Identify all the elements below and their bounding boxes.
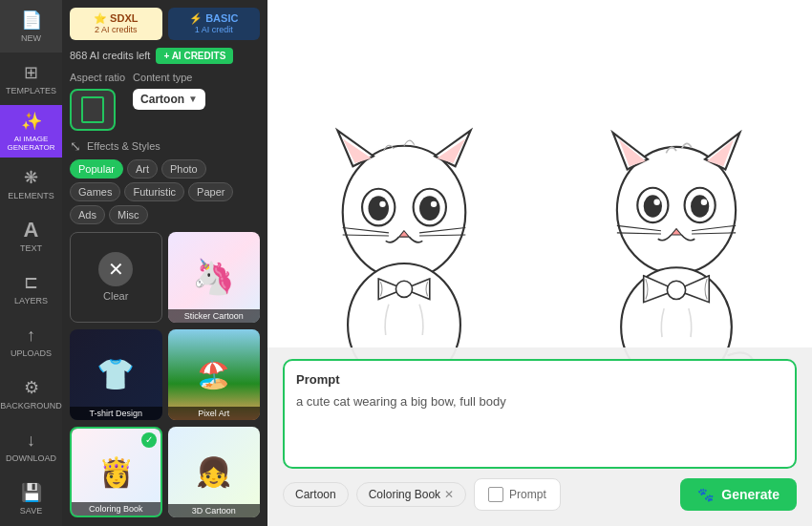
generate-label: Generate (721, 487, 780, 502)
download-icon: ↓ (21, 430, 42, 451)
3d-cartoon-label: 3D Cartoon (168, 504, 261, 517)
basic-model-btn[interactable]: ⚡ BASIC 1 AI credit (168, 8, 261, 40)
style-tag-misc[interactable]: Misc (109, 205, 148, 224)
svg-point-32 (700, 199, 706, 204)
clear-x-icon: ✕ (98, 252, 133, 286)
save-icon: 💾 (21, 482, 42, 503)
style-card-3d-cartoon[interactable]: 👧 3D Cartoon (168, 427, 261, 517)
sidebar-label-ai-image: AI IMAGEGENERATOR (8, 136, 55, 153)
canvas-background: Prompt a cute cat wearing a big bow, ful… (267, 0, 812, 526)
ai-panel: ⭐ SDXL 2 AI credits ⚡ BASIC 1 AI credit … (62, 0, 267, 526)
svg-point-8 (419, 196, 439, 221)
style-tag-ads[interactable]: Ads (70, 205, 105, 224)
style-card-tshirt[interactable]: 👕 T-shirt Design (70, 329, 162, 420)
style-tag-art[interactable]: Art (127, 159, 158, 179)
effects-label: Effects & Styles (87, 140, 160, 152)
content-type-label: Content type (133, 72, 205, 83)
ai-credits-button[interactable]: + AI CREDITS (156, 48, 233, 64)
sidebar-label-save: SAVE (20, 507, 42, 516)
aspect-ratio-button[interactable] (70, 89, 116, 131)
effects-header: ⤡ Effects & Styles (70, 138, 260, 154)
unicorn-emoji: 🦄 (192, 257, 235, 297)
prompt-textarea[interactable]: a cute cat wearing a big bow, full body (296, 394, 783, 452)
prompt-input-icon (488, 487, 503, 502)
sidebar-item-download[interactable]: ↓ DOWNLOAD (0, 421, 62, 473)
svg-point-41 (667, 281, 685, 299)
coloring-book-emoji: 👸 (98, 455, 134, 489)
coloring-book-tag-label: Coloring Book (369, 488, 440, 501)
svg-point-30 (691, 195, 709, 218)
layers-icon: ⊏ (21, 272, 42, 293)
prompt-actions: Cartoon Coloring Book ✕ Prompt 🐾 Generat… (283, 478, 797, 511)
elements-icon: ❋ (21, 167, 42, 188)
style-card-coloring-book[interactable]: 👸 Coloring Book ✓ (70, 427, 162, 517)
prompt-input-label: Prompt (509, 488, 546, 501)
sidebar-item-ai-image[interactable]: ✨ AI IMAGEGENERATOR (0, 105, 62, 158)
style-card-pixel-art[interactable]: 🏖️ Pixel Art (168, 329, 261, 420)
sidebar-item-background[interactable]: ⚙ BACKGROUND (0, 368, 62, 421)
cartoon-tag-label: Cartoon (295, 488, 336, 501)
svg-point-31 (653, 199, 659, 204)
aspect-ratio-icon (81, 96, 104, 123)
sidebar: 📄 NEW ⊞ TEMPLATES ✨ AI IMAGEGENERATOR ❋ … (0, 0, 62, 526)
sidebar-label-templates: TEMPLATES (6, 87, 56, 96)
style-card-sticker-cartoon[interactable]: 🦄 Sticker Cartoon (168, 232, 261, 323)
coloring-book-tag[interactable]: Coloring Book ✕ (356, 482, 466, 507)
sidebar-label-background: BACKGROUND (0, 402, 62, 411)
sidebar-item-templates[interactable]: ⊞ TEMPLATES (0, 53, 62, 105)
pixel-art-emoji: 🏖️ (197, 359, 230, 390)
sidebar-item-text[interactable]: A TEXT (0, 210, 62, 263)
new-icon: 📄 (21, 10, 42, 31)
pixel-art-label: Pixel Art (168, 407, 261, 420)
content-type-value: Cartoon (140, 93, 184, 106)
sidebar-label-new: NEW (21, 34, 41, 44)
prompt-label: Prompt (296, 372, 783, 387)
style-card-clear[interactable]: ✕ Clear (70, 232, 162, 323)
sidebar-item-elements[interactable]: ❋ ELEMENTS (0, 158, 62, 210)
content-type-section: Content type Cartoon ▼ (133, 72, 205, 110)
style-tag-photo[interactable]: Photo (161, 159, 206, 179)
3d-cartoon-emoji: 👧 (196, 455, 231, 489)
prompt-box: Prompt a cute cat wearing a big bow, ful… (283, 359, 797, 469)
style-tag-futuristic[interactable]: Futuristic (124, 182, 184, 201)
generate-button[interactable]: 🐾 Generate (680, 478, 797, 511)
style-tags: Popular Art Photo Games Futuristic Paper… (70, 159, 260, 224)
cartoon-tag[interactable]: Cartoon (283, 482, 349, 507)
expand-icon: ⤡ (70, 138, 81, 154)
sidebar-label-uploads: UPLOADS (11, 349, 52, 359)
selected-check-icon: ✓ (141, 432, 157, 448)
coloring-book-label: Coloring Book (72, 502, 160, 515)
background-icon: ⚙ (21, 377, 42, 398)
sticker-cartoon-label: Sticker Cartoon (168, 309, 261, 323)
sidebar-item-layers[interactable]: ⊏ LAYERS (0, 263, 62, 315)
prompt-overlay: Prompt a cute cat wearing a big bow, ful… (267, 347, 812, 526)
dropdown-arrow-icon: ▼ (188, 94, 198, 104)
sidebar-label-elements: ELEMENTS (8, 192, 54, 201)
sidebar-label-download: DOWNLOAD (6, 454, 56, 464)
text-icon: A (21, 220, 42, 241)
style-tag-paper[interactable]: Paper (188, 182, 233, 201)
sdxl-model-btn[interactable]: ⭐ SDXL 2 AI credits (70, 8, 162, 40)
templates-icon: ⊞ (21, 62, 42, 83)
prompt-input-button[interactable]: Prompt (474, 478, 561, 511)
uploads-icon: ↑ (21, 325, 42, 346)
remove-tag-icon[interactable]: ✕ (444, 488, 454, 501)
sidebar-item-uploads[interactable]: ↑ UPLOADS (0, 316, 62, 368)
tshirt-emoji: 👕 (96, 356, 135, 392)
svg-point-7 (368, 196, 388, 221)
sidebar-label-text: TEXT (20, 244, 42, 254)
clear-card-label: Clear (103, 290, 128, 302)
svg-point-29 (643, 195, 661, 218)
content-type-dropdown[interactable]: Cartoon ▼ (133, 89, 205, 110)
credits-row: 868 AI credits left + AI CREDITS (70, 48, 260, 64)
tshirt-label: T-shirt Design (70, 407, 162, 420)
style-tag-popular[interactable]: Popular (70, 159, 123, 179)
aspect-ratio-section: Aspect ratio (70, 72, 125, 131)
style-tag-games[interactable]: Games (70, 182, 120, 201)
sidebar-item-save[interactable]: 💾 SAVE (0, 473, 62, 526)
model-buttons: ⭐ SDXL 2 AI credits ⚡ BASIC 1 AI credit (70, 8, 260, 40)
main-canvas-area: Prompt a cute cat wearing a big bow, ful… (267, 0, 812, 526)
sidebar-item-new[interactable]: 📄 NEW (0, 0, 62, 53)
sidebar-label-layers: LAYERS (14, 297, 48, 306)
svg-point-19 (395, 281, 412, 297)
